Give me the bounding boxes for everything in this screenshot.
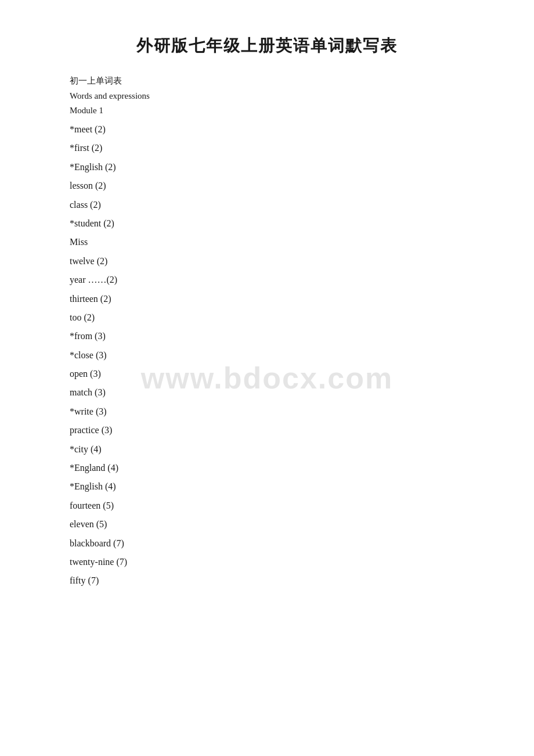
list-item: *from (3) bbox=[70, 327, 464, 345]
list-item: twenty-nine (7) bbox=[70, 553, 464, 571]
list-item: *English (2) bbox=[70, 158, 464, 177]
list-item: *England (4) bbox=[70, 459, 464, 477]
list-item: *student (2) bbox=[70, 214, 464, 233]
list-item: *close (3) bbox=[70, 346, 464, 365]
page-title: 外研版七年级上册英语单词默写表 bbox=[70, 35, 464, 57]
list-item: *write (3) bbox=[70, 402, 464, 421]
list-item: *city (4) bbox=[70, 440, 464, 459]
word-list: *meet (2)*first (2)*English (2)lesson (2… bbox=[70, 120, 464, 591]
list-item: class (2) bbox=[70, 196, 464, 214]
list-item: *meet (2) bbox=[70, 120, 464, 139]
section-label-3: Module 1 bbox=[70, 106, 464, 116]
list-item: lesson (2) bbox=[70, 177, 464, 195]
list-item: *first (2) bbox=[70, 139, 464, 157]
list-item: Miss bbox=[70, 233, 464, 251]
list-item: blackboard (7) bbox=[70, 534, 464, 553]
list-item: thirteen (2) bbox=[70, 290, 464, 308]
list-item: eleven (5) bbox=[70, 515, 464, 534]
list-item: year ……(2) bbox=[70, 271, 464, 289]
list-item: fifty (7) bbox=[70, 571, 464, 590]
list-item: practice (3) bbox=[70, 421, 464, 440]
list-item: twelve (2) bbox=[70, 252, 464, 271]
list-item: fourteen (5) bbox=[70, 496, 464, 515]
list-item: too (2) bbox=[70, 308, 464, 327]
list-item: match (3) bbox=[70, 383, 464, 402]
section-label-2: Words and expressions bbox=[70, 91, 464, 101]
section-label-1: 初一上单词表 bbox=[70, 75, 464, 87]
list-item: open (3) bbox=[70, 365, 464, 383]
list-item: *English (4) bbox=[70, 477, 464, 496]
